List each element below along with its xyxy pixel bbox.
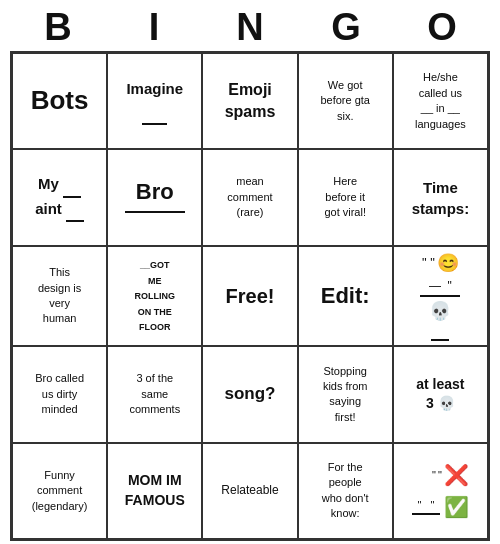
cell-r1c4: Timestamps: bbox=[393, 149, 488, 245]
cell-r2c2-free: Free! bbox=[202, 246, 297, 347]
cell-r3c0: Bro calledus dirtyminded bbox=[12, 346, 107, 442]
cell-r3c3: Stoppingkids fromsayingfirst! bbox=[298, 346, 393, 442]
cell-text: Relateable bbox=[221, 483, 278, 499]
cell-text: Thisdesign isveryhuman bbox=[38, 265, 81, 327]
cell-text: __GOTMEROLLINGON THEFLOOR bbox=[135, 257, 176, 335]
cell-text: MOM IMFAMOUS bbox=[125, 471, 185, 510]
cell-text: Bro calledus dirtyminded bbox=[35, 371, 84, 417]
underlines: " " bbox=[412, 499, 440, 515]
cell-text: We gotbefore gtasix. bbox=[320, 78, 370, 124]
cell-text: at least3 💀 bbox=[416, 375, 464, 414]
cell-r2c4: " " 😊 — " 💀 bbox=[393, 246, 488, 347]
quote-left-1: " bbox=[432, 467, 436, 484]
cell-text: For thepeoplewho don'tknow: bbox=[322, 460, 369, 522]
free-label: Free! bbox=[226, 283, 275, 309]
cross-check-icons: " " ❌ " " ✅ bbox=[412, 460, 469, 522]
cell-text: Edit: bbox=[321, 282, 370, 311]
cell-r4c1: MOM IMFAMOUS bbox=[107, 443, 202, 539]
letter-n: N bbox=[206, 6, 294, 49]
cell-r4c2: Relateable bbox=[202, 443, 297, 539]
cell-r4c0: Funnycomment(legendary) bbox=[12, 443, 107, 539]
cell-text: Funnycomment(legendary) bbox=[32, 468, 88, 514]
cell-r3c1: 3 of thesamecomments bbox=[107, 346, 202, 442]
cell-text: Imagine bbox=[126, 78, 183, 125]
bottom-underline bbox=[431, 324, 449, 341]
cell-r2c1: __GOTMEROLLINGON THEFLOOR bbox=[107, 246, 202, 347]
check-icon: ✅ bbox=[444, 492, 469, 522]
letter-g: G bbox=[302, 6, 390, 49]
cell-text: Bro bbox=[125, 178, 185, 217]
cell-text: Stoppingkids fromsayingfirst! bbox=[323, 364, 368, 426]
cell-r3c4: at least3 💀 bbox=[393, 346, 488, 442]
cell-r2c0: Thisdesign isveryhuman bbox=[12, 246, 107, 347]
cell-text: meancomment(rare) bbox=[227, 174, 272, 220]
letter-b: B bbox=[14, 6, 102, 49]
cell-text: My aint bbox=[35, 173, 84, 222]
cell-r2c3: Edit: bbox=[298, 246, 393, 347]
quote-right-1: " bbox=[438, 467, 442, 484]
cell-r0c4: He/shecalled us__ in __languages bbox=[393, 53, 488, 149]
cell-r0c2: Emojispams bbox=[202, 53, 297, 149]
cell-text: 3 of thesamecomments bbox=[129, 371, 180, 417]
cell-text: song? bbox=[224, 383, 275, 405]
bingo-header: B I N G O bbox=[10, 0, 490, 51]
cell-text: Emojispams bbox=[225, 79, 276, 124]
cell-r0c3: We gotbefore gtasix. bbox=[298, 53, 393, 149]
cell-r1c0: My aint bbox=[12, 149, 107, 245]
cell-text: Timestamps: bbox=[412, 177, 470, 219]
quote-icon-1: " " bbox=[422, 254, 435, 272]
letter-i: I bbox=[110, 6, 198, 49]
cell-text: Herebefore itgot viral! bbox=[324, 174, 366, 220]
cell-r3c2: song? bbox=[202, 346, 297, 442]
skull-emoji: 💀 bbox=[429, 299, 451, 324]
cell-text: He/shecalled us__ in __languages bbox=[415, 70, 466, 132]
happy-emoji: 😊 bbox=[437, 251, 459, 276]
bingo-grid: Bots Imagine Emojispams We gotbefore gta… bbox=[10, 51, 490, 541]
cell-r0c1: Imagine bbox=[107, 53, 202, 149]
cell-r1c3: Herebefore itgot viral! bbox=[298, 149, 393, 245]
cell-r4c3: For thepeoplewho don'tknow: bbox=[298, 443, 393, 539]
dash-line: — " bbox=[420, 278, 460, 297]
cell-text: Bots bbox=[31, 84, 89, 118]
cross-icon: ❌ bbox=[444, 460, 469, 490]
cell-r4c4: " " ❌ " " ✅ bbox=[393, 443, 488, 539]
cell-r1c1: Bro bbox=[107, 149, 202, 245]
letter-o: O bbox=[398, 6, 486, 49]
cell-icons-1: " " 😊 — " 💀 bbox=[420, 251, 460, 342]
cell-r0c0: Bots bbox=[12, 53, 107, 149]
cell-r1c2: meancomment(rare) bbox=[202, 149, 297, 245]
